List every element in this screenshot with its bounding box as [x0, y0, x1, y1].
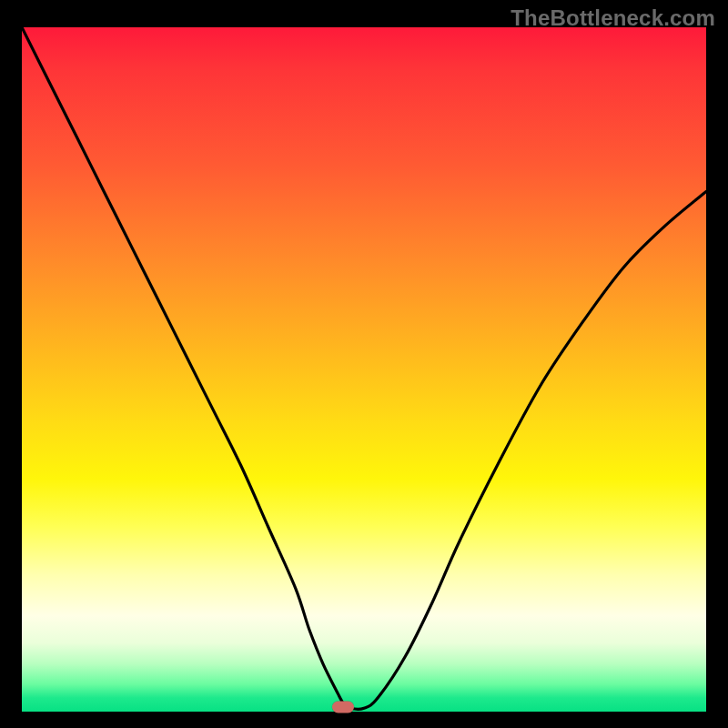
attribution-text: TheBottleneck.com	[511, 5, 715, 31]
chart-frame: TheBottleneck.com	[0, 0, 728, 728]
optimum-marker	[332, 701, 354, 713]
bottleneck-curve	[22, 27, 706, 712]
plot-area	[22, 27, 706, 712]
